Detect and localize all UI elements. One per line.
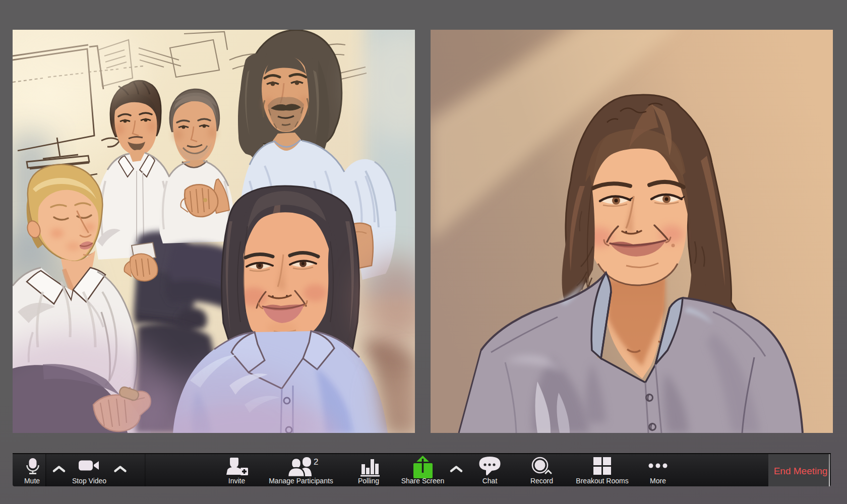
svg-text:2: 2: [314, 457, 318, 467]
